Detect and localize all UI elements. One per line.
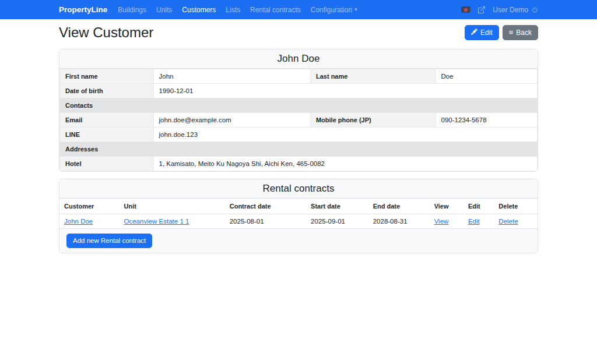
column-header-delete: Delete xyxy=(494,199,538,214)
nav-item-units[interactable]: Units xyxy=(156,6,172,14)
nav-item-buildings[interactable]: Buildings xyxy=(118,6,146,14)
field-value-last-name: Doe xyxy=(436,69,537,84)
edit-button[interactable]: Edit xyxy=(465,25,499,40)
contract-date-cell: 2025-08-01 xyxy=(225,214,306,228)
back-button[interactable]: ≡ Back xyxy=(503,25,538,40)
japan-flag-icon[interactable] xyxy=(461,6,470,13)
field-value-first-name: John xyxy=(153,69,310,84)
field-label-mobile-phone: Mobile phone (JP) xyxy=(310,113,436,128)
rental-contracts-card: Rental contracts Customer Unit Contract … xyxy=(59,179,538,253)
nav-item-configuration-label: Configuration xyxy=(311,6,352,14)
field-value-email: john.doe@example.com xyxy=(153,113,310,128)
field-value-date-of-birth: 1990-12-01 xyxy=(153,84,537,98)
table-row: Email john.doe@example.com Mobile phone … xyxy=(60,113,538,128)
rental-contracts-footer: Add new Rental contract xyxy=(59,229,538,253)
edit-contract-link[interactable]: Edit xyxy=(468,218,480,225)
contract-row: John Doe Oceanview Estate 1 1 2025-08-01… xyxy=(59,214,538,228)
field-label-date-of-birth: Date of birth xyxy=(60,84,154,98)
nav-item-rental-contracts[interactable]: Rental contracts xyxy=(250,6,301,14)
column-header-start-date: Start date xyxy=(306,199,368,214)
customer-name-heading: John Doe xyxy=(59,50,538,69)
section-header-contacts: Contacts xyxy=(60,98,538,113)
navbar-right: User Demo xyxy=(461,6,538,14)
view-contract-link[interactable]: View xyxy=(434,218,449,225)
main-nav: Buildings Units Customers Lists Rental c… xyxy=(118,6,357,14)
delete-contract-link[interactable]: Delete xyxy=(498,218,518,225)
external-link-icon[interactable] xyxy=(478,6,485,13)
caret-down-icon: ▾ xyxy=(354,7,357,12)
list-icon: ≡ xyxy=(509,29,514,36)
nav-item-configuration[interactable]: Configuration ▾ xyxy=(311,6,357,14)
nav-item-customers[interactable]: Customers xyxy=(182,6,216,14)
table-header-row: Customer Unit Contract date Start date E… xyxy=(59,199,538,214)
column-header-unit: Unit xyxy=(120,199,225,214)
field-value-hotel: 1, Kamisato, Meito Ku Nagoya Shi, Aichi … xyxy=(153,157,537,171)
nav-item-lists[interactable]: Lists xyxy=(226,6,240,14)
customer-details-table: First name John Last name Doe Date of bi… xyxy=(59,69,538,171)
navbar: PropertyLine Buildings Units Customers L… xyxy=(0,0,597,19)
main-content: View Customer Edit ≡ Back John Doe xyxy=(59,24,538,253)
column-header-view: View xyxy=(430,199,463,214)
start-date-cell: 2025-09-01 xyxy=(306,214,368,228)
add-rental-contract-button[interactable]: Add new Rental contract xyxy=(66,234,152,249)
field-value-line: john.doe.123 xyxy=(153,128,537,142)
page-title: View Customer xyxy=(59,24,153,41)
pencil-icon xyxy=(471,29,477,37)
field-label-last-name: Last name xyxy=(310,69,436,84)
back-button-label: Back xyxy=(516,29,532,37)
column-header-customer: Customer xyxy=(59,199,120,214)
table-row: LINE john.doe.123 xyxy=(60,128,538,142)
table-row: Hotel 1, Kamisato, Meito Ku Nagoya Shi, … xyxy=(60,157,538,171)
table-row: First name John Last name Doe xyxy=(60,69,538,84)
column-header-end-date: End date xyxy=(368,199,430,214)
power-icon xyxy=(532,6,538,13)
user-name: User Demo xyxy=(493,6,528,14)
rental-contracts-table: Customer Unit Contract date Start date E… xyxy=(59,199,538,229)
field-value-mobile-phone: 090-1234-5678 xyxy=(436,113,537,128)
edit-button-label: Edit xyxy=(480,29,493,37)
contract-customer-link[interactable]: John Doe xyxy=(64,218,93,225)
field-label-line: LINE xyxy=(60,128,154,142)
rental-contracts-heading: Rental contracts xyxy=(59,179,538,199)
table-row: Date of birth 1990-12-01 xyxy=(60,84,538,98)
column-header-contract-date: Contract date xyxy=(225,199,306,214)
field-label-email: Email xyxy=(60,113,154,128)
contract-unit-link[interactable]: Oceanview Estate 1 1 xyxy=(124,218,189,225)
field-label-first-name: First name xyxy=(60,69,154,84)
section-header-addresses: Addresses xyxy=(60,142,538,157)
field-label-hotel: Hotel xyxy=(60,157,154,171)
column-header-edit: Edit xyxy=(463,199,494,214)
brand-link[interactable]: PropertyLine xyxy=(59,5,107,14)
customer-details-card: John Doe First name John Last name Doe D… xyxy=(59,49,538,172)
user-menu[interactable]: User Demo xyxy=(493,6,538,14)
end-date-cell: 2028-08-31 xyxy=(368,214,430,228)
